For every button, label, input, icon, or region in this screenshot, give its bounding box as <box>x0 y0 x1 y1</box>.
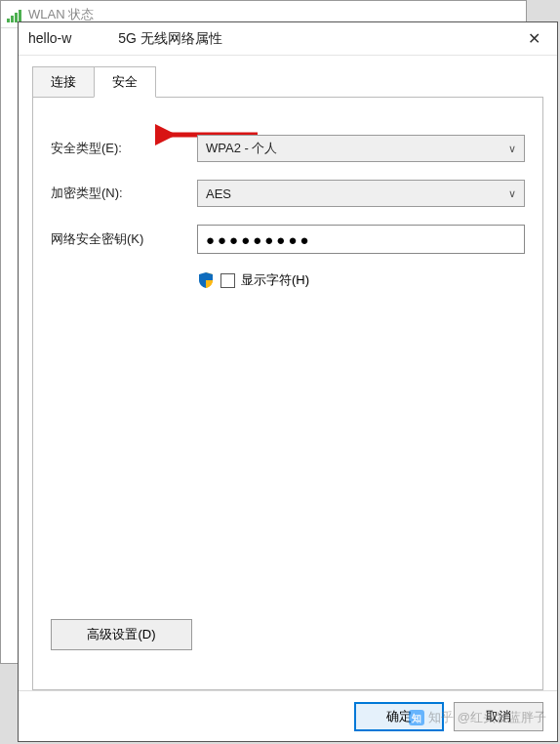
parent-window-title: WLAN 状态 <box>28 6 94 23</box>
show-chars-checkbox[interactable] <box>220 273 235 288</box>
encryption-type-select[interactable]: AES ∨ <box>197 180 525 207</box>
tab-connect-label: 连接 <box>51 74 76 89</box>
title-suffix: 5G 无线网络属性 <box>118 30 222 46</box>
tab-security-label: 安全 <box>112 74 138 89</box>
encryption-type-value: AES <box>206 186 231 201</box>
ok-button[interactable]: 确定 <box>354 702 444 731</box>
encryption-type-label: 加密类型(N): <box>51 185 197 202</box>
close-button[interactable]: ✕ <box>510 22 557 56</box>
chevron-down-icon: ∨ <box>508 187 516 200</box>
uac-shield-icon <box>197 271 215 289</box>
cancel-button-label: 取消 <box>486 708 511 725</box>
cancel-button[interactable]: 取消 <box>454 702 543 731</box>
security-tab-panel: 安全类型(E): WPA2 - 个人 ∨ 加密类型(N): AES ∨ 网络安全… <box>32 97 543 690</box>
ok-button-label: 确定 <box>386 708 412 725</box>
dialog-title-bar: hello-w 5G 无线网络属性 ✕ <box>19 22 557 56</box>
dialog-title: hello-w 5G 无线网络属性 <box>28 30 510 48</box>
show-chars-row: 显示字符(H) <box>197 271 525 289</box>
chevron-down-icon: ∨ <box>508 143 516 155</box>
dialog-content: 连接 安全 安全类型(E): WPA2 - 个人 ∨ <box>19 56 557 690</box>
title-prefix: hello-w <box>28 30 71 46</box>
network-key-row: 网络安全密钥(K) <box>51 225 525 254</box>
advanced-settings-label: 高级设置(D) <box>87 626 155 643</box>
tab-connect[interactable]: 连接 <box>32 66 95 98</box>
network-key-input[interactable] <box>197 225 525 254</box>
security-type-value: WPA2 - 个人 <box>206 140 277 157</box>
advanced-settings-button[interactable]: 高级设置(D) <box>51 619 192 650</box>
network-key-label: 网络安全密钥(K) <box>51 230 197 248</box>
tab-security[interactable]: 安全 <box>94 66 156 98</box>
wifi-signal-icon <box>7 7 22 22</box>
close-icon: ✕ <box>528 29 540 48</box>
tab-strip: 连接 安全 <box>32 65 543 97</box>
security-type-row: 安全类型(E): WPA2 - 个人 ∨ <box>51 135 525 162</box>
security-type-label: 安全类型(E): <box>51 140 197 157</box>
security-type-select[interactable]: WPA2 - 个人 ∨ <box>197 135 525 162</box>
dialog-button-bar: 确定 取消 <box>19 690 557 741</box>
wireless-properties-dialog: hello-w 5G 无线网络属性 ✕ 连接 安全 <box>18 21 558 742</box>
encryption-type-row: 加密类型(N): AES ∨ <box>51 180 525 207</box>
show-chars-label: 显示字符(H) <box>241 271 309 289</box>
